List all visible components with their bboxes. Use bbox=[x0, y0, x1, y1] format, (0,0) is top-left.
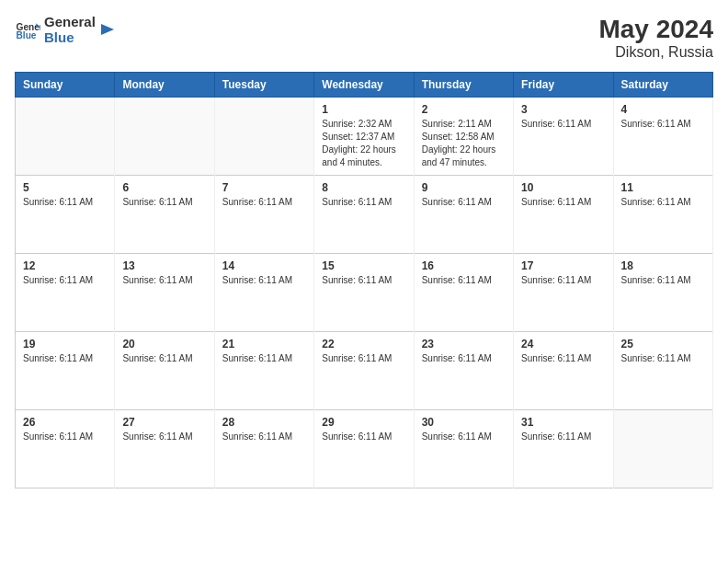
svg-marker-3 bbox=[101, 24, 114, 35]
calendar-cell: 25Sunrise: 6:11 AM bbox=[613, 332, 712, 410]
day-number: 20 bbox=[122, 338, 206, 350]
day-number: 29 bbox=[322, 416, 405, 429]
calendar-week-row: 1Sunrise: 2:32 AM Sunset: 12:37 AM Dayli… bbox=[16, 98, 713, 176]
svg-text:Blue: Blue bbox=[17, 30, 37, 40]
page-header: General Blue General Blue May 2024 Dikso… bbox=[15, 15, 713, 61]
day-number: 21 bbox=[222, 338, 306, 350]
calendar-cell: 27Sunrise: 6:11 AM bbox=[115, 410, 214, 488]
day-number: 25 bbox=[621, 338, 705, 350]
day-info: Sunrise: 6:11 AM bbox=[122, 431, 206, 443]
calendar-cell: 28Sunrise: 6:11 AM bbox=[214, 410, 313, 488]
day-number: 17 bbox=[521, 259, 605, 272]
day-info: Sunrise: 6:11 AM bbox=[222, 274, 306, 287]
day-info: Sunrise: 6:11 AM bbox=[322, 196, 405, 209]
day-info: Sunrise: 6:11 AM bbox=[222, 352, 306, 365]
day-info: Sunrise: 6:11 AM bbox=[122, 196, 206, 209]
calendar-cell: 22Sunrise: 6:11 AM bbox=[314, 332, 414, 410]
logo-text-general: General bbox=[44, 15, 96, 30]
calendar-cell: 26Sunrise: 6:11 AM bbox=[16, 410, 115, 488]
day-info: Sunrise: 6:11 AM bbox=[521, 118, 605, 131]
day-info: Sunrise: 2:32 AM Sunset: 12:37 AM Daylig… bbox=[322, 118, 405, 169]
day-info: Sunrise: 6:11 AM bbox=[23, 352, 107, 365]
logo-text-blue: Blue bbox=[44, 30, 96, 46]
day-info: Sunrise: 6:11 AM bbox=[422, 274, 506, 287]
day-number: 16 bbox=[422, 259, 506, 272]
header-wednesday: Wednesday bbox=[314, 73, 414, 98]
calendar-cell: 8Sunrise: 6:11 AM bbox=[314, 176, 414, 254]
calendar-cell: 24Sunrise: 6:11 AM bbox=[514, 332, 613, 410]
calendar-week-row: 26Sunrise: 6:11 AM27Sunrise: 6:11 AM28Su… bbox=[16, 410, 713, 488]
calendar-cell: 20Sunrise: 6:11 AM bbox=[115, 332, 214, 410]
title-block: May 2024 Dikson, Russia bbox=[598, 15, 713, 61]
calendar-week-row: 19Sunrise: 6:11 AM20Sunrise: 6:11 AM21Su… bbox=[16, 332, 713, 410]
day-info: Sunrise: 6:11 AM bbox=[23, 196, 107, 209]
calendar-cell: 6Sunrise: 6:11 AM bbox=[115, 176, 214, 254]
header-sunday: Sunday bbox=[16, 73, 115, 98]
day-number: 27 bbox=[122, 416, 206, 429]
calendar-cell: 4Sunrise: 6:11 AM bbox=[613, 98, 712, 176]
calendar-cell: 23Sunrise: 6:11 AM bbox=[414, 332, 513, 410]
day-info: Sunrise: 6:11 AM bbox=[23, 274, 107, 287]
day-number: 14 bbox=[222, 259, 306, 272]
day-number: 7 bbox=[222, 181, 306, 194]
day-info: Sunrise: 6:11 AM bbox=[621, 118, 705, 131]
calendar-week-row: 5Sunrise: 6:11 AM6Sunrise: 6:11 AM7Sunri… bbox=[16, 176, 713, 254]
day-number: 10 bbox=[521, 181, 605, 194]
title-month: May 2024 bbox=[598, 15, 713, 44]
day-number: 24 bbox=[521, 338, 605, 350]
calendar-cell: 9Sunrise: 6:11 AM bbox=[414, 176, 513, 254]
day-info: Sunrise: 6:11 AM bbox=[122, 274, 206, 287]
day-number: 28 bbox=[222, 416, 306, 429]
day-info: Sunrise: 6:11 AM bbox=[521, 196, 605, 209]
calendar-cell: 15Sunrise: 6:11 AM bbox=[314, 254, 414, 332]
day-info: Sunrise: 6:11 AM bbox=[122, 352, 206, 365]
day-number: 12 bbox=[23, 259, 107, 272]
calendar-cell: 29Sunrise: 6:11 AM bbox=[314, 410, 414, 488]
day-info: Sunrise: 6:11 AM bbox=[422, 431, 506, 443]
day-number: 23 bbox=[422, 338, 506, 350]
day-number: 13 bbox=[122, 259, 206, 272]
day-number: 9 bbox=[422, 181, 506, 194]
day-number: 3 bbox=[521, 103, 605, 116]
calendar-week-row: 12Sunrise: 6:11 AM13Sunrise: 6:11 AM14Su… bbox=[16, 254, 713, 332]
day-info: Sunrise: 6:11 AM bbox=[422, 352, 506, 365]
logo: General Blue General Blue bbox=[15, 15, 116, 45]
day-info: Sunrise: 2:11 AM Sunset: 12:58 AM Daylig… bbox=[422, 118, 506, 169]
day-info: Sunrise: 6:11 AM bbox=[322, 431, 405, 443]
day-number: 19 bbox=[23, 338, 107, 350]
logo-icon: General Blue bbox=[15, 17, 40, 43]
calendar-cell: 1Sunrise: 2:32 AM Sunset: 12:37 AM Dayli… bbox=[314, 98, 414, 176]
day-number: 5 bbox=[23, 181, 107, 194]
calendar-cell: 18Sunrise: 6:11 AM bbox=[613, 254, 712, 332]
day-info: Sunrise: 6:11 AM bbox=[422, 196, 506, 209]
calendar-cell: 2Sunrise: 2:11 AM Sunset: 12:58 AM Dayli… bbox=[414, 98, 513, 176]
logo-flag-icon bbox=[99, 22, 116, 39]
day-info: Sunrise: 6:11 AM bbox=[621, 196, 705, 209]
day-info: Sunrise: 6:11 AM bbox=[621, 352, 705, 365]
calendar-table: SundayMondayTuesdayWednesdayThursdayFrid… bbox=[15, 72, 713, 488]
calendar-cell bbox=[613, 410, 712, 488]
calendar-header-row: SundayMondayTuesdayWednesdayThursdayFrid… bbox=[16, 73, 713, 98]
calendar-cell bbox=[115, 98, 214, 176]
calendar-cell bbox=[214, 98, 313, 176]
day-info: Sunrise: 6:11 AM bbox=[222, 196, 306, 209]
header-tuesday: Tuesday bbox=[214, 73, 313, 98]
day-number: 18 bbox=[621, 259, 705, 272]
calendar-cell: 14Sunrise: 6:11 AM bbox=[214, 254, 313, 332]
header-saturday: Saturday bbox=[613, 73, 712, 98]
day-info: Sunrise: 6:11 AM bbox=[322, 274, 405, 287]
calendar-cell: 10Sunrise: 6:11 AM bbox=[514, 176, 613, 254]
day-number: 6 bbox=[122, 181, 206, 194]
header-friday: Friday bbox=[514, 73, 613, 98]
day-info: Sunrise: 6:11 AM bbox=[322, 352, 405, 365]
title-location: Dikson, Russia bbox=[598, 44, 713, 61]
day-info: Sunrise: 6:11 AM bbox=[23, 431, 107, 443]
day-info: Sunrise: 6:11 AM bbox=[621, 274, 705, 287]
calendar-cell: 11Sunrise: 6:11 AM bbox=[613, 176, 712, 254]
day-info: Sunrise: 6:11 AM bbox=[521, 431, 605, 443]
calendar-cell: 21Sunrise: 6:11 AM bbox=[214, 332, 313, 410]
header-monday: Monday bbox=[115, 73, 214, 98]
calendar-cell: 17Sunrise: 6:11 AM bbox=[514, 254, 613, 332]
day-info: Sunrise: 6:11 AM bbox=[222, 431, 306, 443]
calendar-cell: 13Sunrise: 6:11 AM bbox=[115, 254, 214, 332]
